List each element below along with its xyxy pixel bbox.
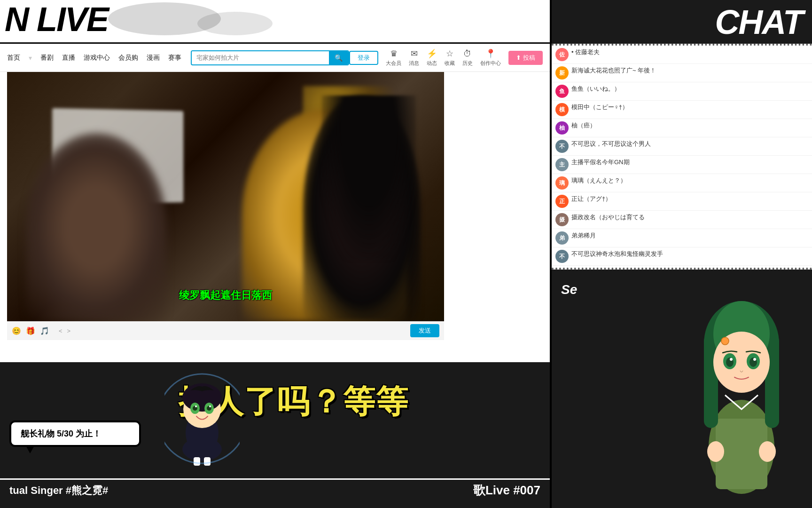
emoji-icon-2[interactable]: 🎁 (26, 326, 35, 335)
search-button[interactable]: 🔍 (329, 51, 348, 64)
video-controls-bar: 😊 🎁 🎵 < > 发送 (7, 321, 444, 340)
chat-message: 正 正让（アグ†） (552, 192, 812, 211)
avatar: 主 (555, 158, 569, 171)
nav-item-manga[interactable]: 漫画 (147, 54, 160, 62)
video-figure-hair (322, 95, 416, 260)
emoji-icon-3[interactable]: 🎵 (40, 326, 49, 335)
chat-message-text: 新海诚大花花也照了广~ 年後！ (571, 67, 656, 74)
avatar: 新 (555, 66, 569, 79)
chat-message-content: 不可思议，不可思议这个男人 (571, 140, 808, 148)
nav-favorites[interactable]: ☆ 收藏 (445, 48, 455, 67)
anime-character (671, 296, 812, 508)
svg-rect-18 (704, 334, 718, 428)
nav-history[interactable]: ⏱ 历史 (462, 49, 473, 67)
search-input[interactable] (192, 51, 329, 64)
chat-bottom-section: Se (552, 273, 812, 508)
bell-icon: ✉ (411, 48, 418, 59)
chat-bottom-label: Se (561, 282, 577, 297)
anime-char-visual (671, 296, 812, 508)
chat-message: 新 新海诚大花花也照了广~ 年後！ (552, 64, 812, 82)
chibi-character (164, 372, 240, 466)
chat-messages-area[interactable]: 佐 • 佐藤老夫 新 新海诚大花花也照了广~ 年後！ 鱼 鱼鱼（いいね。） 模 … (552, 44, 812, 270)
nav-items: 首页 ▾ 番剧 直播 游戏中心 会员购 漫画 赛事 (7, 54, 181, 62)
chat-message-content: • 佐藤老夫 (571, 48, 808, 56)
nav-item-game[interactable]: 游戏中心 (84, 54, 110, 62)
crown-icon: ♛ (390, 48, 398, 59)
pagination-next[interactable]: > (67, 327, 71, 334)
chat-message: 摄 摄政改名（おやじは育てる (552, 211, 812, 229)
nav-item-mall[interactable]: 会员购 (118, 54, 138, 62)
avatar: 璃 (555, 176, 569, 190)
chat-message-content: 璃璃（えんえと？） (571, 176, 808, 185)
chat-message-content: 柚（癌） (571, 121, 808, 130)
chat-message-text: 摄政改名（おやじは育てる (571, 214, 645, 221)
avatar: 弟 (555, 231, 569, 245)
upload-button[interactable]: ⬆ 投稿 (508, 51, 543, 65)
chat-message-text: 柚（癌） (571, 122, 596, 129)
clock-icon: ⏱ (463, 49, 472, 59)
nav-messages[interactable]: ✉ 消息 (409, 48, 419, 67)
chat-message-text: 弟弟稀月 (571, 232, 596, 239)
chat-title: CHAT (715, 3, 803, 41)
bottom-tag-left: tual Singer #熊之霓# (9, 484, 108, 498)
header-title: N LIVE (5, 2, 108, 36)
chat-message-content: 正让（アグ†） (571, 195, 808, 203)
avatar: 摄 (555, 213, 569, 226)
svg-point-10 (195, 405, 197, 407)
star-icon: ☆ (446, 48, 453, 59)
svg-point-28 (721, 337, 729, 345)
chat-message-content: 柚（癌） (571, 268, 808, 270)
nav-vip[interactable]: ♛ 大会员 (386, 48, 401, 67)
chat-message-content: 摄政改名（おやじは育てる (571, 213, 808, 222)
comic-header: N LIVE (0, 0, 550, 44)
svg-point-26 (730, 358, 733, 361)
chat-message: 璃 璃璃（えんえと？） (552, 174, 812, 192)
nav-item-home[interactable]: 首页 (7, 54, 20, 62)
chat-message-text: 不可思议，不可思议这个男人 (571, 140, 651, 147)
anime-svg (671, 296, 812, 508)
chat-message: 不 不可思议神奇水泡和鬼怪幽灵发手 (552, 247, 812, 266)
login-button[interactable]: 登录 (349, 51, 378, 65)
video-player[interactable]: 绫罗飘起遮住日落西 (7, 72, 444, 321)
bottom-overlay: 舰长礼物 5/30 为止！ 换人了吗？等等 (0, 362, 550, 508)
bottom-tags: tual Singer #熊之霓# 歌Live #007 (0, 482, 550, 499)
video-frame: 绫罗飘起遮住日落西 (7, 72, 444, 321)
chat-message-content: 模田中（こピー♀†） (571, 103, 808, 111)
pagination-prev[interactable]: < (59, 327, 62, 334)
svg-point-1 (197, 12, 273, 35)
nav-item-live[interactable]: 直播 (62, 54, 75, 62)
nav-item-esports[interactable]: 赛事 (168, 54, 181, 62)
avatar: 柚 (555, 121, 569, 135)
nav-creator[interactable]: 📍 创作中心 (480, 48, 501, 67)
nav-item-anime[interactable]: 番剧 (40, 54, 54, 62)
chat-message-content: 新海诚大花花也照了广~ 年後！ (571, 66, 808, 75)
avatar: 正 (555, 195, 569, 208)
lightning-icon: ⚡ (427, 48, 437, 59)
avatar: 模 (555, 103, 569, 116)
svg-rect-12 (194, 457, 200, 466)
chat-message-text: 不可思议神奇水泡和鬼怪幽灵发手 (571, 250, 663, 257)
chat-message-text: 柚（癌） (571, 269, 601, 270)
svg-point-27 (753, 358, 756, 361)
chat-message-content: 不可思议神奇水泡和鬼怪幽灵发手 (571, 250, 808, 258)
svg-rect-19 (765, 334, 779, 428)
chat-message-text: 璃璃（えんえと？） (571, 177, 626, 184)
send-button[interactable]: 发送 (410, 324, 439, 337)
avatar: 不 (555, 140, 569, 153)
bilibili-nav: 首页 ▾ 番剧 直播 游戏中心 会员购 漫画 赛事 🔍 登录 ♛ 大会员 ✉ 消… (0, 44, 550, 72)
chat-message: 柚 柚（癌） (552, 266, 812, 270)
chat-message-content: 鱼鱼（いいね。） (571, 85, 808, 93)
upload-icon: ⬆ (516, 54, 523, 61)
chat-message: 弟 弟弟稀月 (552, 229, 812, 247)
emoji-icon-1[interactable]: 😊 (12, 326, 21, 335)
speech-bubble: 舰长礼物 5/30 为止！ (9, 421, 141, 447)
avatar: 鱼 (555, 85, 569, 98)
chat-message-text: • 佐藤老夫 (571, 48, 600, 56)
chat-message-text: 主播平假名今年GN期 (571, 159, 630, 166)
avatar: 佐 (555, 48, 569, 61)
video-subtitle: 绫罗飘起遮住日落西 (179, 288, 272, 302)
chat-message-content: 弟弟稀月 (571, 231, 808, 240)
speech-bubble-text: 舰长礼物 5/30 为止！ (21, 429, 101, 438)
bottom-tag-right: 歌Live #007 (473, 482, 540, 499)
nav-feed[interactable]: ⚡ 动态 (427, 48, 437, 67)
